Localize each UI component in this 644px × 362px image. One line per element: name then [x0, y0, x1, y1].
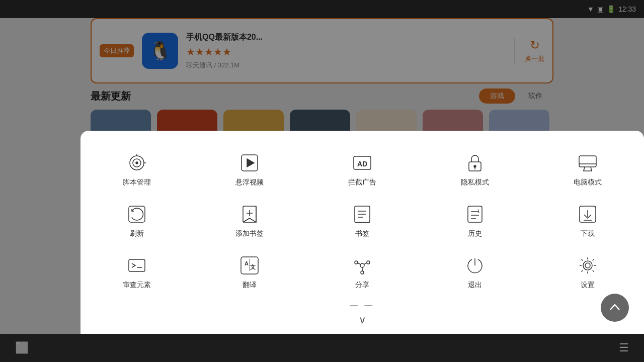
menu-item-script-manage[interactable]: 脚本管理: [80, 145, 193, 196]
menu-item-refresh[interactable]: 刷新: [80, 196, 193, 247]
menu-label-refresh: 刷新: [130, 229, 144, 238]
menu-item-settings[interactable]: 设置: [531, 247, 644, 299]
svg-rect-12: [579, 156, 596, 167]
bookmark-plus-icon: [238, 203, 261, 225]
svg-rect-17: [129, 206, 145, 222]
menu-label-add-bookmark: 添加书签: [235, 229, 264, 238]
terminal-icon: [126, 254, 148, 277]
menu-item-download[interactable]: 下载: [531, 196, 644, 247]
menu-item-bookmark[interactable]: 书签: [306, 196, 419, 247]
svg-point-2: [136, 162, 138, 164]
translate-icon: A文: [238, 254, 261, 277]
menu-bottom: — — ∨: [80, 299, 644, 326]
menu-label-bookmark: 书签: [355, 229, 369, 238]
bookmark-list-icon: [351, 203, 373, 225]
menu-label-translate: 翻译: [243, 281, 257, 290]
menu-label-script-manage: 脚本管理: [123, 178, 151, 187]
svg-line-14: [591, 167, 592, 171]
menu-label-pc-mode: 电脑模式: [574, 178, 602, 187]
menu-item-block-ads[interactable]: AD 拦截广告: [306, 145, 419, 196]
menu-item-float-video[interactable]: 悬浮视频: [193, 145, 306, 196]
menu-item-exit[interactable]: 退出: [419, 247, 531, 299]
svg-point-40: [360, 263, 364, 267]
refresh-corner-icon: [126, 203, 148, 225]
menu-item-private-mode[interactable]: 隐私模式: [419, 145, 531, 196]
menu-label-float-video: 悬浮视频: [235, 178, 264, 187]
chevron-down-icon[interactable]: ∨: [359, 314, 366, 326]
menu-grid: 脚本管理 悬浮视频 AD 拦截广告 隐私模式 电脑模式: [80, 145, 644, 299]
menu-dash: — —: [350, 301, 374, 310]
svg-point-41: [355, 261, 358, 264]
menu-label-settings: 设置: [581, 281, 595, 290]
menu-label-block-ads: 拦截广告: [348, 178, 376, 187]
svg-point-10: [474, 165, 476, 167]
menu-item-translate[interactable]: A文 翻译: [193, 247, 306, 299]
menu-label-history: 历史: [468, 229, 482, 238]
svg-line-45: [364, 263, 367, 264]
svg-point-49: [583, 261, 592, 270]
svg-point-43: [361, 271, 364, 274]
svg-text:A: A: [245, 260, 249, 266]
ad-icon: AD: [351, 152, 373, 174]
download-icon: [577, 203, 599, 225]
menu-item-share[interactable]: 分享: [306, 247, 419, 299]
svg-marker-6: [247, 159, 254, 167]
scroll-up-button[interactable]: [601, 294, 629, 322]
monitor-icon: [577, 152, 599, 174]
play-square-icon: [238, 152, 261, 174]
menu-label-private-mode: 隐私模式: [461, 178, 489, 187]
menu-label-inspect: 审查元素: [123, 281, 151, 290]
menu-label-exit: 退出: [468, 281, 482, 290]
target-icon: [126, 152, 148, 174]
power-icon: [464, 254, 486, 277]
svg-rect-34: [129, 259, 145, 272]
svg-point-48: [585, 263, 590, 268]
menu-panel: 脚本管理 悬浮视频 AD 拦截广告 隐私模式 电脑模式: [80, 131, 644, 334]
menu-item-pc-mode[interactable]: 电脑模式: [531, 145, 644, 196]
share-icon: [351, 254, 373, 277]
lock-key-icon: [464, 152, 486, 174]
menu-item-add-bookmark[interactable]: 添加书签: [193, 196, 306, 247]
svg-line-44: [358, 263, 361, 264]
svg-point-42: [367, 261, 370, 264]
menu-item-history[interactable]: L 历史: [419, 196, 531, 247]
menu-label-download: 下载: [581, 229, 595, 238]
svg-text:L: L: [477, 208, 480, 214]
history-icon: L: [464, 203, 486, 225]
gear-icon: [577, 254, 599, 277]
menu-label-share: 分享: [355, 281, 369, 290]
svg-text:AD: AD: [357, 160, 367, 168]
menu-item-inspect[interactable]: 审查元素: [80, 247, 193, 299]
svg-text:文: 文: [250, 264, 256, 270]
svg-line-13: [584, 167, 585, 171]
